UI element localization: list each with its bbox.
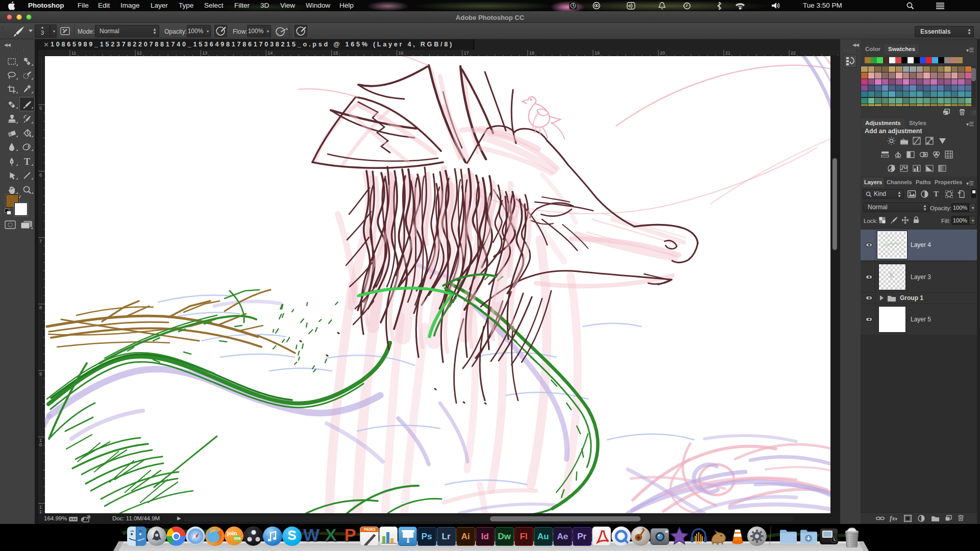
svg-text:17: 17 — [464, 51, 469, 56]
svg-text:22: 22 — [791, 51, 796, 56]
svg-text:16: 16 — [399, 51, 404, 56]
svg-text:20: 20 — [660, 51, 665, 56]
svg-text:11: 11 — [71, 51, 76, 56]
svg-text:8: 8 — [39, 305, 42, 310]
svg-text:9: 9 — [39, 371, 42, 377]
svg-text:19: 19 — [595, 51, 600, 56]
svg-text:T: T — [24, 157, 30, 166]
svg-text:13: 13 — [202, 51, 207, 56]
svg-text:1: 1 — [39, 509, 42, 514]
svg-text:12: 12 — [137, 51, 142, 56]
svg-text:18: 18 — [529, 51, 534, 56]
svg-text:21: 21 — [725, 51, 730, 56]
svg-text:15: 15 — [333, 51, 338, 56]
svg-text:14: 14 — [267, 51, 273, 56]
svg-text:0: 0 — [39, 442, 42, 447]
svg-text:7: 7 — [39, 239, 42, 244]
svg-text:6: 6 — [39, 172, 42, 178]
svg-text:5: 5 — [39, 106, 42, 111]
